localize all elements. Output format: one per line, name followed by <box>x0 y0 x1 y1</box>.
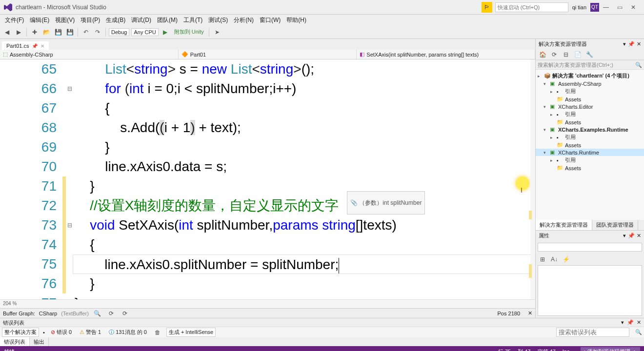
errors-filter[interactable]: ⊘错误 0 <box>49 328 74 336</box>
pin-icon[interactable]: 📌 <box>627 319 634 326</box>
menu-analyze[interactable]: 分析(N) <box>231 15 257 25</box>
error-list-title: 错误列表 <box>3 319 24 326</box>
home-icon[interactable]: 🏠 <box>538 50 547 59</box>
buffer-graph-bar: Buffer Graph: CSharp (TextBuffer) 🔍 ⟳ ⟳ … <box>0 308 535 318</box>
buffer-icon[interactable]: ⟳ <box>106 309 116 318</box>
scroll-map[interactable] <box>530 59 535 299</box>
code-text[interactable]: List<string> s = new List<string>(); for… <box>74 59 535 299</box>
open-icon[interactable]: 📂 <box>41 27 51 37</box>
messages-filter[interactable]: ⓘ131消息 的 0 <box>107 328 149 336</box>
maximize-icon[interactable]: ▭ <box>613 4 626 11</box>
right-tabs: 解决方案资源管理器 团队资源管理器 <box>536 220 644 230</box>
close-icon[interactable]: ✕ <box>637 41 641 47</box>
menu-edit[interactable]: 编辑(E) <box>27 15 52 25</box>
pin-icon[interactable]: 📌 <box>628 41 635 47</box>
intellisense-tooltip: 📎 （参数）int splitNumber <box>347 191 425 214</box>
menu-help[interactable]: 帮助(H) <box>283 15 309 25</box>
close-icon[interactable]: ✕ <box>637 319 641 326</box>
status-col: 列 47 <box>518 348 530 351</box>
config-dropdown[interactable]: Debug <box>109 28 129 36</box>
save-all-icon[interactable]: 💾 <box>65 27 75 37</box>
fold-toggle-icon[interactable]: ⊟ <box>66 215 74 235</box>
zoom-indicator[interactable]: 204 % <box>0 299 535 308</box>
error-scope-dropdown[interactable]: 整个解决方案 <box>2 328 39 337</box>
close-icon[interactable]: ✕ <box>626 4 640 11</box>
play-icon[interactable]: ▶ <box>161 27 170 37</box>
titlebar: chartlearn - Microsoft Visual Studio 🏳 q… <box>0 0 644 15</box>
save-icon[interactable]: 💾 <box>53 27 63 37</box>
quick-launch-input[interactable] <box>495 2 568 12</box>
minimize-icon[interactable]: — <box>599 4 613 11</box>
redo-icon[interactable]: ↷ <box>93 27 102 37</box>
step-icon[interactable]: ➤ <box>212 27 222 37</box>
platform-dropdown[interactable]: Any CPU <box>131 28 158 36</box>
events-icon[interactable]: ⚡ <box>561 254 571 264</box>
solution-search-input[interactable]: 搜索解决方案资源管理器(Ctrl+;)🔍 <box>536 60 644 70</box>
menu-team[interactable]: 团队(M) <box>154 15 181 25</box>
tab-team-explorer[interactable]: 团队资源管理器 <box>592 220 638 230</box>
dropdown-icon[interactable]: ▾ <box>623 41 626 47</box>
cursor-highlight-icon: I <box>516 176 529 190</box>
user-name[interactable]: qi tian <box>572 4 586 10</box>
tab-solution-explorer[interactable]: 解决方案资源管理器 <box>536 220 592 230</box>
add-source-control-button[interactable]: ↑ 添加到源代码管理 ▲ <box>581 347 641 351</box>
navigation-bar: ⬚Assembly-CSharp 🔶Part01 ◧SetXAxis(int s… <box>0 50 535 59</box>
menu-test[interactable]: 测试(S) <box>205 15 231 25</box>
vs-logo-icon <box>4 3 13 12</box>
new-project-icon[interactable]: ✚ <box>30 27 40 37</box>
file-tab-label: Part01.cs <box>6 43 29 49</box>
avatar[interactable]: QT <box>590 3 599 12</box>
fold-toggle-icon[interactable]: ⊟ <box>66 79 74 98</box>
alpha-sort-icon[interactable]: A↓ <box>549 254 559 264</box>
dropdown-icon[interactable]: ▾ <box>621 319 624 326</box>
file-tab-part01[interactable]: Part01.cs 📌 ✕ <box>2 41 49 50</box>
pin-icon[interactable]: 📌 <box>628 233 635 239</box>
build-intellisense-dropdown[interactable]: 生成 + IntelliSense <box>166 328 216 337</box>
categorize-icon[interactable]: ⊞ <box>538 254 547 264</box>
window-title: chartlearn - Microsoft Visual Studio <box>16 4 106 11</box>
pin-icon[interactable]: 📌 <box>32 43 38 49</box>
properties-icon[interactable]: 🔧 <box>584 50 594 59</box>
nav-project-dropdown[interactable]: ⬚Assembly-CSharp <box>0 50 179 59</box>
tab-close-icon[interactable]: ✕ <box>40 43 44 49</box>
close-icon[interactable]: ✕ <box>637 233 641 239</box>
nav-back-icon[interactable]: ◀ <box>2 27 12 37</box>
nav-fwd-icon[interactable]: ▶ <box>14 27 23 37</box>
solution-explorer-title: 解决方案资源管理器 ▾ 📌 ✕ <box>536 39 644 49</box>
menu-debug[interactable]: 调试(D) <box>128 15 154 25</box>
error-search-input[interactable] <box>556 328 629 337</box>
collapse-icon[interactable]: ⊟ <box>561 50 571 59</box>
buffer-icon[interactable]: ⟳ <box>120 309 130 318</box>
status-char: 字符 47 <box>538 348 556 351</box>
notification-flag-icon[interactable]: 🏳 <box>482 2 492 13</box>
clear-icon[interactable]: 🗑 <box>153 328 162 337</box>
dropdown-icon[interactable]: ▾ <box>623 233 626 239</box>
tab-error-list[interactable]: 错误列表 <box>0 337 30 346</box>
menu-file[interactable]: 文件(F) <box>2 15 27 25</box>
bottom-panel: 错误列表▾📌✕ 整个解决方案 • ⊘错误 0 ⚠警告 1 ⓘ131消息 的 0 … <box>0 318 644 346</box>
status-ready: 就绪 <box>4 348 15 351</box>
status-line: 行 75 <box>498 348 511 351</box>
right-panel: 解决方案资源管理器 ▾ 📌 ✕ 🏠 ⟳ ⊟ 📄 🔧 搜索解决方案资源管理器(Ct… <box>535 39 644 318</box>
status-ins: Ins <box>563 349 570 351</box>
line-numbers: 656667 686970 717273 7475 7677 <box>0 59 62 299</box>
nav-class-dropdown[interactable]: 🔶Part01 <box>179 50 357 59</box>
warnings-filter[interactable]: ⚠警告 1 <box>78 328 103 336</box>
buffer-icon[interactable]: 🔍 <box>93 309 102 318</box>
nav-method-dropdown[interactable]: ◧SetXAxis(int splitNumber, params string… <box>357 50 535 59</box>
close-icon[interactable]: ✕ <box>528 310 532 316</box>
tree-item-selected: ▾▣XCharts.Runtime <box>536 149 644 156</box>
solution-tree[interactable]: ▸📦解决方案 'chartlearn' (4 个项目) ▾▣Assembly-C… <box>536 70 644 220</box>
menu-build[interactable]: 生成(B) <box>103 15 128 25</box>
tab-output[interactable]: 输出 <box>30 337 49 346</box>
menu-view[interactable]: 视图(V) <box>52 15 78 25</box>
undo-icon[interactable]: ↶ <box>81 27 91 37</box>
show-all-icon[interactable]: 📄 <box>573 50 583 59</box>
menu-tools[interactable]: 工具(T) <box>181 15 205 25</box>
code-editor[interactable]: 656667 686970 717273 7475 7677 ⊟ ⊟ List<… <box>0 59 535 299</box>
attach-unity-button[interactable]: 附加到 Unity <box>172 28 206 36</box>
refresh-icon[interactable]: ⟳ <box>549 50 559 59</box>
property-object-dropdown[interactable] <box>538 243 642 252</box>
menu-window[interactable]: 窗口(W) <box>257 15 283 25</box>
menu-project[interactable]: 项目(P) <box>78 15 103 25</box>
